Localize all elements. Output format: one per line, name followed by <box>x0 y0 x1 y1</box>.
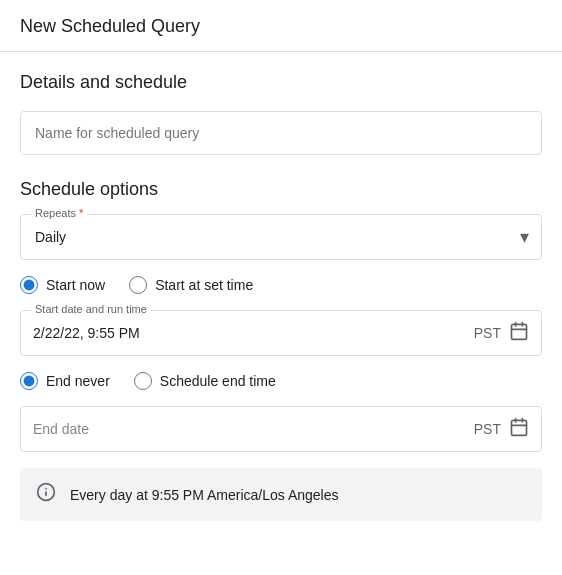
end-timezone: PST <box>474 421 501 437</box>
start-now-label: Start now <box>46 277 105 293</box>
start-datetime-wrapper: Start date and run time 2/22/22, 9:55 PM… <box>20 310 542 356</box>
start-radio-group: Start now Start at set time <box>20 276 542 294</box>
details-section: Details and schedule <box>20 72 542 155</box>
start-datetime-inner: 2/22/22, 9:55 PM PST <box>21 311 541 355</box>
start-timezone: PST <box>474 325 501 341</box>
info-banner-text: Every day at 9:55 PM America/Los Angeles <box>70 487 338 503</box>
start-at-set-time-label: Start at set time <box>155 277 253 293</box>
start-calendar-icon[interactable] <box>509 321 529 346</box>
info-icon <box>36 482 56 507</box>
repeats-required-star: * <box>76 207 83 219</box>
name-input[interactable] <box>20 111 542 155</box>
end-never-radio[interactable] <box>20 372 38 390</box>
start-date-value: 2/22/22, 9:55 PM <box>33 325 474 341</box>
schedule-end-time-label: Schedule end time <box>160 373 276 389</box>
schedule-options-title: Schedule options <box>20 179 542 200</box>
end-date-inner: End date PST <box>21 407 541 451</box>
schedule-end-time-radio[interactable] <box>134 372 152 390</box>
repeats-select[interactable]: Hourly Daily Weekly Monthly Custom <box>21 215 541 259</box>
start-now-radio[interactable] <box>20 276 38 294</box>
svg-rect-0 <box>512 324 527 339</box>
start-now-option[interactable]: Start now <box>20 276 105 294</box>
end-date-placeholder: End date <box>33 421 474 437</box>
start-at-set-time-option[interactable]: Start at set time <box>129 276 253 294</box>
end-date-wrapper: End date PST <box>20 406 542 452</box>
page-header: New Scheduled Query <box>0 0 562 52</box>
schedule-end-time-option[interactable]: Schedule end time <box>134 372 276 390</box>
end-never-option[interactable]: End never <box>20 372 110 390</box>
page-title: New Scheduled Query <box>20 16 200 36</box>
details-section-title: Details and schedule <box>20 72 542 93</box>
svg-rect-4 <box>512 420 527 435</box>
main-content: Details and schedule Schedule options Re… <box>0 52 562 557</box>
end-calendar-icon[interactable] <box>509 417 529 442</box>
start-date-label: Start date and run time <box>31 303 151 315</box>
repeats-label: Repeats * <box>31 207 87 219</box>
info-banner: Every day at 9:55 PM America/Los Angeles <box>20 468 542 521</box>
schedule-options-section: Schedule options Repeats * Hourly Daily … <box>20 179 542 521</box>
end-never-label: End never <box>46 373 110 389</box>
start-at-set-time-radio[interactable] <box>129 276 147 294</box>
name-field-wrapper <box>20 111 542 155</box>
end-radio-group: End never Schedule end time <box>20 372 542 390</box>
repeats-select-wrapper: Repeats * Hourly Daily Weekly Monthly Cu… <box>20 214 542 260</box>
